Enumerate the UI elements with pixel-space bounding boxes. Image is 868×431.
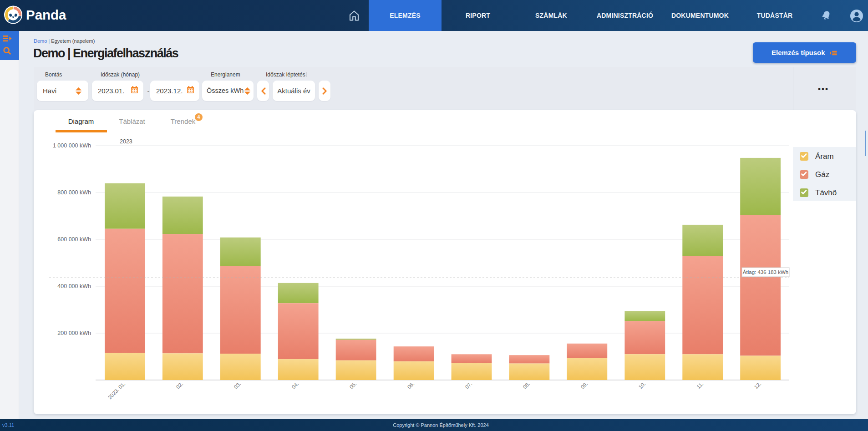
svg-text:08.: 08.: [522, 381, 531, 390]
svg-text:Átlag: 436 183 kWh: Átlag: 436 183 kWh: [743, 269, 788, 275]
svg-text:400 000 kWh: 400 000 kWh: [57, 283, 91, 289]
svg-text:800 000 kWh: 800 000 kWh: [57, 189, 91, 196]
svg-text:04.: 04.: [291, 381, 300, 390]
svg-text:600 000 kWh: 600 000 kWh: [57, 236, 91, 243]
svg-text:11.: 11.: [695, 381, 704, 390]
svg-text:02.: 02.: [175, 381, 184, 390]
svg-text:07.: 07.: [464, 381, 473, 390]
svg-text:09.: 09.: [580, 381, 589, 390]
svg-text:2023: 2023: [120, 138, 132, 145]
svg-text:06.: 06.: [406, 381, 416, 390]
svg-text:1 000 000 kWh: 1 000 000 kWh: [53, 142, 91, 149]
svg-text:12.: 12.: [753, 381, 762, 390]
svg-text:05.: 05.: [349, 381, 358, 390]
svg-text:10.: 10.: [638, 381, 647, 390]
svg-text:200 000 kWh: 200 000 kWh: [57, 330, 91, 336]
svg-text:03.: 03.: [233, 381, 242, 390]
svg-text:2023. 01.: 2023. 01.: [107, 381, 126, 400]
